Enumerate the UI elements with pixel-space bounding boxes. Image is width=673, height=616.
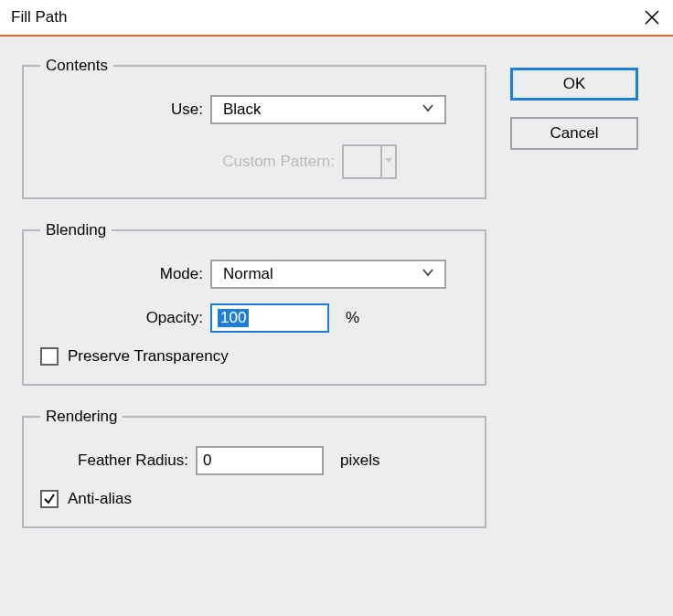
group-contents-legend: Contents xyxy=(40,57,113,75)
opacity-unit: % xyxy=(346,309,359,327)
opacity-value: 100 xyxy=(218,309,249,327)
mode-label: Mode: xyxy=(40,265,210,283)
antialias-label: Anti-alias xyxy=(68,490,132,508)
feather-radius-input[interactable]: 0 xyxy=(196,446,324,475)
opacity-input[interactable]: 100 xyxy=(210,303,329,333)
mode-select[interactable]: Normal xyxy=(210,260,446,289)
chevron-down-icon xyxy=(421,101,435,120)
mode-select-value: Normal xyxy=(223,265,273,283)
antialias-checkbox[interactable]: Anti-alias xyxy=(40,490,468,508)
dialog-body: Contents Use: Black Custom Pattern: xyxy=(0,37,673,616)
group-rendering-legend: Rendering xyxy=(40,408,123,426)
group-blending: Blending Mode: Normal Opacity: 100 xyxy=(22,221,486,386)
chevron-down-icon xyxy=(421,265,435,284)
group-rendering: Rendering Feather Radius: 0 pixels Anti-… xyxy=(22,408,486,528)
dialog-title: Fill Path xyxy=(11,8,67,27)
ok-button[interactable]: OK xyxy=(510,68,638,101)
use-select-value: Black xyxy=(223,101,262,119)
custom-pattern-picker xyxy=(342,144,397,179)
custom-pattern-label: Custom Pattern: xyxy=(40,153,342,171)
checkbox-icon xyxy=(40,347,59,366)
close-icon[interactable] xyxy=(640,5,664,29)
use-select[interactable]: Black xyxy=(210,95,446,124)
preserve-transparency-checkbox[interactable]: Preserve Transparency xyxy=(40,347,468,366)
use-label: Use: xyxy=(40,101,210,119)
cancel-button[interactable]: Cancel xyxy=(510,117,638,150)
group-blending-legend: Blending xyxy=(40,221,112,239)
feather-radius-label: Feather Radius: xyxy=(40,451,196,470)
feather-radius-unit: pixels xyxy=(340,451,379,470)
chevron-down-icon xyxy=(380,146,395,177)
opacity-label: Opacity: xyxy=(40,309,210,327)
titlebar: Fill Path xyxy=(0,0,673,37)
feather-radius-value: 0 xyxy=(203,451,211,470)
checkbox-icon xyxy=(40,490,59,508)
preserve-transparency-label: Preserve Transparency xyxy=(68,347,229,366)
group-contents: Contents Use: Black Custom Pattern: xyxy=(22,57,486,199)
